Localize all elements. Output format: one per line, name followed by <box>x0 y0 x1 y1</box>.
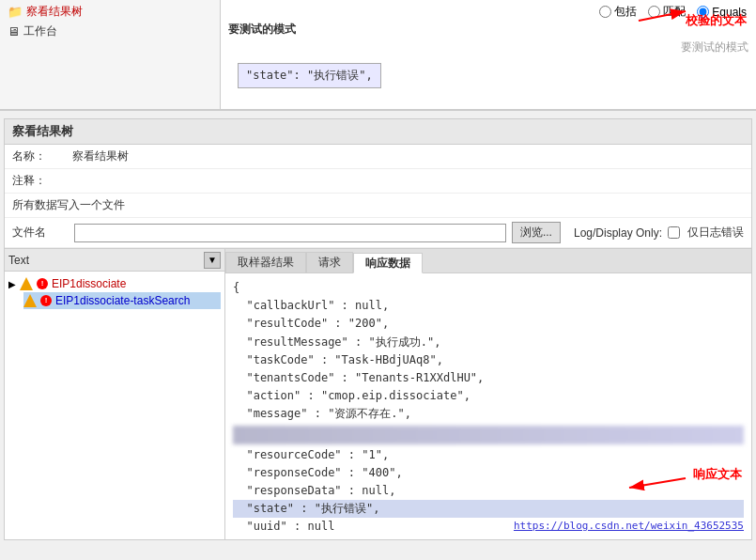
response-line-2: "resultCode" : "200", <box>233 315 744 333</box>
response-line-8: "resourceCode" : "1", <box>233 446 744 464</box>
content-area: Text ▼ ▶ ! EIP1dissociate ! EIP1dissocia… <box>5 248 751 539</box>
tree-body: ▶ ! EIP1dissociate ! EIP1dissociate-task… <box>5 272 224 539</box>
mode-label: 要测试的模式 <box>228 22 296 38</box>
name-value: 察看结果树 <box>72 148 129 164</box>
top-section: 📁 察看结果树 🖥 工作台 包括 匹配 Equals 要测试 <box>0 0 756 111</box>
tabs-bar: 取样器结果 请求 响应数据 <box>225 249 751 273</box>
radio-include-label: 包括 <box>614 4 637 20</box>
response-line-6: "action" : "cmop.eip.dissociate", <box>233 387 744 405</box>
radio-include[interactable]: 包括 <box>599 4 637 20</box>
warning-icon-1 <box>20 277 33 290</box>
file-row: 文件名 浏览... Log/Display Only: 仅日志错误 <box>5 218 751 248</box>
annotation-top-text: 校验的文本 <box>686 12 747 29</box>
all-data-label: 所有数据写入一个文件 <box>12 197 125 213</box>
response-line-7: "message" : "资源不存在.", <box>233 405 744 423</box>
expand-icon: ▶ <box>8 279 16 289</box>
response-line-10: "responseData" : null, <box>233 482 744 500</box>
log-display-label: Log/Display Only: <box>574 226 662 240</box>
response-line-9: "responseCode" : "400", <box>233 464 744 482</box>
mode-placeholder-right: 要测试的模式 <box>681 39 748 55</box>
name-row: 名称： 察看结果树 <box>5 145 751 169</box>
tab-sampler-result[interactable]: 取样器结果 <box>225 252 306 272</box>
response-line-1: "callbackUrl" : null, <box>233 297 744 315</box>
tree-item-label-child: EIP1dissociate-taskSearch <box>55 294 190 307</box>
tree-dropdown-button[interactable]: ▼ <box>204 252 221 269</box>
alert-icon-1: ! <box>37 278 48 289</box>
tab-sampler-label: 取样器结果 <box>238 255 294 271</box>
tab-request-label: 请求 <box>318 255 341 271</box>
tab-request[interactable]: 请求 <box>306 252 353 272</box>
blurred-bar <box>233 426 744 444</box>
tab-response-label: 响应数据 <box>365 256 410 272</box>
annotation-top: 校验的文本 <box>639 7 747 35</box>
log-only-label: 仅日志错误 <box>687 225 744 241</box>
tab-response-data[interactable]: 响应数据 <box>353 253 423 273</box>
name-label: 名称： <box>12 148 69 164</box>
tree-header-label: Text <box>8 254 204 267</box>
tree-folder-icon: 📁 <box>8 5 23 19</box>
watermark: https://blog.csdn.net/weixin_43652535 <box>514 520 744 532</box>
sidebar-workbench-label: 工作台 <box>23 23 57 39</box>
response-line-3: "resultMessage" : "执行成功.", <box>233 334 744 351</box>
comment-row: 注释： <box>5 169 751 194</box>
tree-panel: Text ▼ ▶ ! EIP1dissociate ! EIP1dissocia… <box>5 249 225 539</box>
sidebar-tree-label: 察看结果树 <box>26 4 83 20</box>
code-sample-top: "state": "执行错误", <box>238 63 381 88</box>
right-panel: 取样器结果 请求 响应数据 { "callbackUrl" : null, "r… <box>225 249 751 539</box>
top-sidebar: 📁 察看结果树 🖥 工作台 <box>0 0 221 109</box>
tree-item-eip1dissociate[interactable]: ▶ ! EIP1dissociate <box>8 275 221 292</box>
svg-line-1 <box>639 11 686 21</box>
comment-label: 注释： <box>12 173 69 189</box>
alert-icon-2: ! <box>40 295 52 306</box>
main-panel: 察看结果树 名称： 察看结果树 注释： 所有数据写入一个文件 文件名 浏览...… <box>4 118 752 540</box>
response-line-0: { <box>233 279 744 297</box>
workbench-icon: 🖥 <box>8 24 20 39</box>
panel-title: 察看结果树 <box>12 124 73 138</box>
radio-include-input[interactable] <box>599 6 611 18</box>
tree-item-label-parent: EIP1dissociate <box>52 277 126 290</box>
browse-button[interactable]: 浏览... <box>512 222 561 243</box>
all-data-row: 所有数据写入一个文件 <box>5 194 751 218</box>
sidebar-item-workbench[interactable]: 🖥 工作台 <box>4 22 216 41</box>
panel-header: 察看结果树 <box>5 119 751 145</box>
top-right-area: 包括 匹配 Equals 要测试的模式 <box>221 0 756 109</box>
file-input[interactable] <box>74 224 506 242</box>
response-area[interactable]: { "callbackUrl" : null, "resultCode" : "… <box>225 273 751 539</box>
response-line-11: "state" : "执行错误", <box>233 500 744 518</box>
response-line-5: "tenantsCode" : "Tenants-R1XXdlHU", <box>233 369 744 387</box>
tree-header: Text ▼ <box>5 249 224 272</box>
response-line-4: "taskCode" : "Task-HBdjUAq8", <box>233 351 744 369</box>
file-label: 文件名 <box>12 225 69 241</box>
log-only-checkbox[interactable] <box>668 226 680 239</box>
sidebar-item-tree[interactable]: 📁 察看结果树 <box>4 2 216 22</box>
tree-item-eip1dissociate-task[interactable]: ! EIP1dissociate-taskSearch <box>23 292 221 309</box>
warning-icon-2 <box>23 294 37 307</box>
